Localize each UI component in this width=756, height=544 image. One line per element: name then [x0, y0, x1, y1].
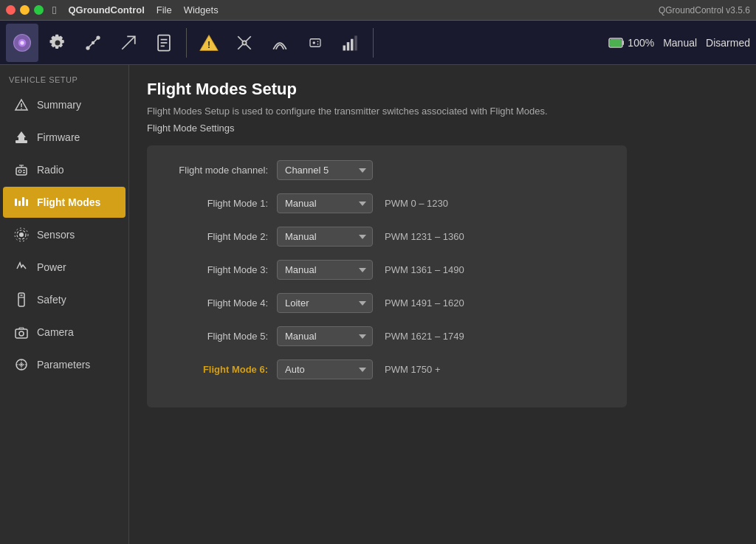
svg-rect-27 — [622, 41, 624, 45]
flight-mode-status: Manual — [663, 37, 697, 49]
svg-point-3 — [55, 40, 61, 45]
sidebar-item-radio[interactable]: Radio — [3, 154, 126, 185]
svg-point-31 — [21, 108, 22, 109]
flight-modes-panel: Flight mode channel: Channel 1 Channel 2… — [147, 145, 627, 407]
flight-mode-5-select[interactable]: Manual StabilizeAcroLoiterAutoRTL — [277, 326, 373, 346]
page-subtitle: Flight Mode Settings — [147, 123, 738, 134]
sidebar-item-parameters[interactable]: Parameters — [3, 349, 126, 380]
flight-mode-4-pwm: PWM 1491 – 1620 — [385, 297, 464, 309]
sidebar-label-power: Power — [37, 261, 66, 273]
sidebar-item-summary[interactable]: Summary — [3, 89, 126, 120]
toolbar: ! — [0, 21, 756, 65]
content-area: Flight Modes Setup Flight Modes Setup is… — [129, 65, 756, 544]
svg-rect-51 — [16, 329, 27, 338]
flight-mode-4-select[interactable]: Manual StabilizeAcroLoiterAutoRTL — [277, 293, 373, 313]
svg-marker-34 — [17, 131, 26, 137]
maximize-button[interactable] — [34, 5, 44, 15]
flight-mode-2-select[interactable]: Manual StabilizeAcroLoiterAutoRTL — [277, 227, 373, 247]
sidebar-item-power[interactable]: Power — [3, 252, 126, 283]
svg-line-8 — [122, 36, 135, 49]
tools-icon[interactable] — [228, 24, 261, 62]
flight-mode-1-row: Flight Mode 1: Manual StabilizeAcroLoite… — [165, 193, 609, 213]
svg-point-45 — [19, 233, 24, 237]
flight-mode-2-pwm: PWM 1231 – 1360 — [385, 231, 464, 242]
flight-mode-1-pwm: PWM 0 – 1230 — [385, 198, 448, 209]
flight-mode-3-select[interactable]: Manual StabilizeAcroLoiterAutoRTL — [277, 260, 373, 280]
flight-mode-2-label: Flight Mode 2: — [165, 231, 268, 242]
qgc-home-icon[interactable] — [6, 24, 38, 62]
signal-icon[interactable] — [264, 24, 296, 62]
minimize-button[interactable] — [20, 5, 30, 15]
sidebar-item-firmware[interactable]: Firmware — [3, 122, 126, 153]
warning-icon[interactable]: ! — [193, 24, 225, 62]
fly-icon[interactable] — [112, 24, 145, 62]
sidebar-label-safety: Safety — [37, 294, 66, 306]
flight-mode-6-label: Flight Mode 6: — [165, 364, 268, 375]
sidebar-label-radio: Radio — [37, 164, 64, 176]
svg-point-52 — [19, 331, 24, 336]
toolbar-divider-1 — [186, 28, 187, 58]
svg-rect-24 — [351, 38, 354, 50]
summary-icon — [13, 97, 30, 113]
sidebar-item-sensors[interactable]: Sensors — [3, 219, 126, 250]
remote-icon[interactable] — [299, 24, 331, 62]
svg-rect-28 — [610, 39, 622, 47]
safety-icon — [13, 292, 30, 308]
svg-rect-25 — [354, 35, 357, 50]
sidebar-label-flight-modes: Flight Modes — [37, 196, 100, 208]
sidebar: Vehicle Setup Summary Firmware — [0, 65, 129, 544]
title-bar:  QGroundControl File Widgets QGroundCon… — [0, 0, 756, 21]
menu-bar:  QGroundControl File Widgets — [52, 4, 219, 16]
apple-icon:  — [52, 4, 56, 16]
page-title: Flight Modes Setup — [147, 80, 738, 99]
channel-row: Flight mode channel: Channel 1 Channel 2… — [165, 160, 609, 180]
flight-mode-3-pwm: PWM 1361 – 1490 — [385, 264, 464, 275]
firmware-icon — [13, 129, 30, 145]
flight-modes-icon — [13, 194, 30, 210]
sensors-icon — [13, 227, 30, 243]
svg-point-20 — [317, 41, 319, 42]
close-button[interactable] — [6, 5, 16, 15]
window-controls — [6, 5, 44, 15]
svg-rect-33 — [18, 137, 24, 140]
radio-icon — [13, 162, 30, 178]
svg-rect-43 — [22, 197, 24, 206]
svg-rect-41 — [15, 199, 17, 206]
window-title: QGroundControl v3.5.6 — [659, 5, 750, 16]
sidebar-label-firmware: Firmware — [37, 131, 80, 143]
flight-mode-5-label: Flight Mode 5: — [165, 331, 268, 342]
svg-point-54 — [20, 363, 24, 367]
armed-status: Disarmed — [706, 37, 750, 49]
svg-point-19 — [313, 41, 316, 44]
svg-rect-44 — [26, 199, 28, 206]
svg-point-21 — [317, 43, 319, 44]
camera-icon — [13, 324, 30, 340]
sidebar-label-summary: Summary — [37, 99, 81, 111]
svg-point-17 — [242, 41, 246, 44]
sidebar-label-camera: Camera — [37, 326, 74, 338]
svg-rect-23 — [347, 42, 350, 50]
battery-percent: 100% — [628, 37, 654, 49]
main-layout: Vehicle Setup Summary Firmware — [0, 65, 756, 544]
svg-point-36 — [18, 170, 21, 173]
channel-label: Flight mode channel: — [165, 165, 268, 176]
flight-mode-6-select[interactable]: Manual StabilizeAcroLoiterAutoRTL — [277, 359, 373, 379]
flight-mode-6-pwm: PWM 1750 + — [385, 364, 441, 375]
menu-widgets[interactable]: Widgets — [184, 4, 219, 16]
signal-bars-icon[interactable] — [334, 24, 367, 62]
svg-point-7 — [92, 41, 94, 44]
menu-file[interactable]: File — [157, 4, 172, 16]
svg-rect-37 — [23, 170, 25, 171]
channel-select[interactable]: Channel 1 Channel 2 Channel 3 Channel 4 … — [277, 160, 373, 180]
power-icon — [13, 259, 30, 275]
svg-text:!: ! — [207, 40, 210, 50]
sidebar-item-flight-modes[interactable]: Flight Modes — [3, 187, 126, 218]
sidebar-item-camera[interactable]: Camera — [3, 317, 126, 348]
sidebar-item-safety[interactable]: Safety — [3, 284, 126, 315]
analyze-icon[interactable] — [148, 24, 180, 62]
plan-icon[interactable] — [77, 24, 109, 62]
vehicle-setup-icon[interactable] — [41, 24, 74, 62]
sidebar-label-sensors: Sensors — [37, 229, 75, 241]
flight-mode-1-select[interactable]: Manual StabilizeAcroLoiterAutoRTL — [277, 193, 373, 213]
app-name: QGroundControl — [68, 4, 144, 16]
